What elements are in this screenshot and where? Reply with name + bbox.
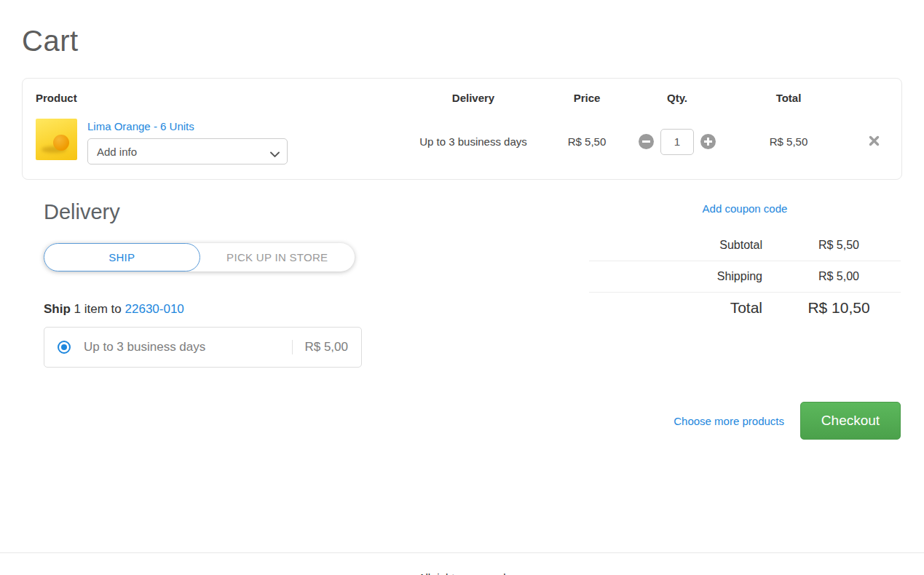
add-coupon-link[interactable]: Add coupon code <box>703 202 788 215</box>
column-header-product: Product <box>36 92 409 104</box>
column-header-total: Total <box>718 92 859 104</box>
product-info: Lima Orange - 6 Units Add info <box>87 119 288 164</box>
quantity-stepper <box>636 129 718 155</box>
page-title: Cart <box>22 25 924 58</box>
footer: All rights reserved <box>0 552 924 575</box>
total-label: Total <box>589 299 777 317</box>
tab-ship[interactable]: SHIP <box>44 243 200 271</box>
cart-table-header: Product Delivery Price Qty. Total <box>36 90 888 108</box>
cart-page: Cart Product Delivery Price Qty. Total L… <box>0 25 924 575</box>
product-cell: Lima Orange - 6 Units Add info <box>36 119 409 164</box>
product-image <box>36 119 77 160</box>
shipping-option[interactable]: Up to 3 business days R$ 5,00 <box>44 327 362 368</box>
tab-pick-up-in-store[interactable]: PICK UP IN STORE <box>200 243 355 271</box>
summary-table: Subtotal R$ 5,50 Shipping R$ 5,00 Total … <box>589 230 901 323</box>
add-info-select[interactable]: Add info <box>87 138 288 164</box>
shipping-option-price: R$ 5,00 <box>292 340 348 354</box>
column-header-delivery: Delivery <box>409 92 537 104</box>
shipping-value: R$ 5,00 <box>777 270 901 283</box>
subtotal-label: Subtotal <box>589 239 777 252</box>
quantity-input[interactable] <box>660 129 694 155</box>
close-icon <box>869 135 880 146</box>
summary-row-subtotal: Subtotal R$ 5,50 <box>589 230 901 261</box>
delivery-section-title: Delivery <box>44 200 386 224</box>
ship-label: Ship <box>44 302 71 316</box>
item-total: R$ 5,50 <box>718 135 859 148</box>
add-info-select-wrap: Add info <box>87 138 288 164</box>
product-image-fruit <box>53 135 69 151</box>
item-price: R$ 5,50 <box>537 135 636 148</box>
cart-item-row: Lima Orange - 6 Units Add info Up to 3 b… <box>36 119 888 164</box>
shipping-option-label: Up to 3 business days <box>84 340 292 354</box>
minus-icon[interactable] <box>639 134 654 149</box>
column-header-qty: Qty. <box>636 92 718 104</box>
footer-text: All rights reserved <box>418 571 505 575</box>
order-summary: Add coupon code Subtotal R$ 5,50 Shippin… <box>589 200 901 440</box>
remove-item-button[interactable] <box>859 134 888 150</box>
ship-destination-line: Ship 1 item to 22630-010 <box>44 302 386 317</box>
shipping-label: Shipping <box>589 270 777 283</box>
summary-row-shipping: Shipping R$ 5,00 <box>589 261 901 293</box>
summary-row-total: Total R$ 10,50 <box>589 293 901 323</box>
cart-card: Product Delivery Price Qty. Total Lima O… <box>22 78 902 180</box>
lower-section: Delivery SHIP PICK UP IN STORE Ship 1 it… <box>22 200 902 440</box>
plus-icon[interactable] <box>700 134 716 149</box>
ship-text: 1 item to <box>74 302 122 316</box>
delivery-mode-tabs: SHIP PICK UP IN STORE <box>44 243 355 271</box>
delivery-section: Delivery SHIP PICK UP IN STORE Ship 1 it… <box>44 200 386 440</box>
radio-selected-icon[interactable] <box>58 341 71 354</box>
product-name-link[interactable]: Lima Orange - 6 Units <box>87 120 288 132</box>
total-value: R$ 10,50 <box>777 299 901 317</box>
choose-more-products-link[interactable]: Choose more products <box>674 415 784 427</box>
cart-actions: Choose more products Checkout <box>589 402 901 440</box>
column-header-price: Price <box>537 92 636 104</box>
checkout-button[interactable]: Checkout <box>800 402 901 440</box>
zip-code-link[interactable]: 22630-010 <box>125 302 184 316</box>
subtotal-value: R$ 5,50 <box>777 239 901 252</box>
item-delivery-estimate: Up to 3 business days <box>409 135 537 148</box>
